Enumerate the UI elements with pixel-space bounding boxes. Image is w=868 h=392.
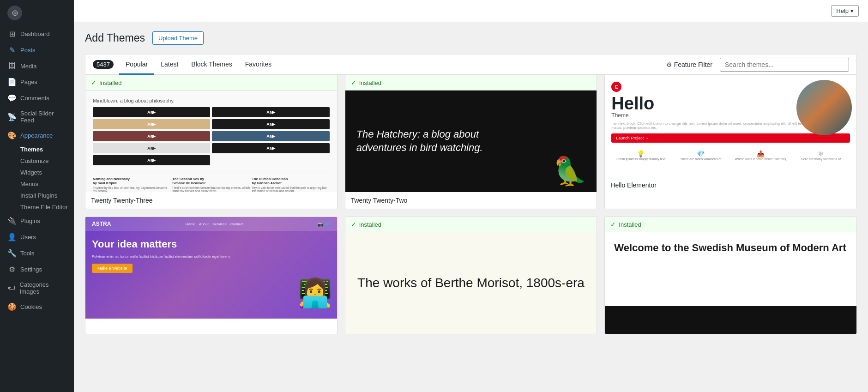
color-chip: Aa▶ (93, 155, 210, 165)
sidebar-item-install-plugins[interactable]: Install Plugins (17, 190, 74, 201)
theme-name: Hello Elementor (605, 177, 856, 193)
sidebar-item-label: Users (20, 234, 36, 241)
theme-preview-swedish: Welcome to the Swedish Museum of Modern … (605, 232, 856, 334)
page-title: Add Themes (85, 32, 145, 44)
sidebar-item-label: Categories Images (20, 281, 66, 295)
sidebar: ⊕ ⊞ Dashboard ✎ Posts 🖼 Media 📄 Pages 💬 … (0, 0, 74, 392)
sidebar-item-pages[interactable]: 📄 Pages (0, 74, 74, 90)
theme-file-editor-label: Theme File Editor (20, 204, 68, 211)
theme-preview-berthe: The works of Berthe Morisot, 1800s-era (345, 232, 597, 334)
preview-hatchery-text: The Hatchery: a blog about adventures in… (356, 128, 494, 154)
comments-icon: 💬 (7, 94, 17, 103)
sidebar-item-themes[interactable]: Themes (17, 144, 74, 155)
posts-icon: ✎ (7, 46, 17, 54)
bird-decoration: 🦜 (553, 155, 587, 187)
installed-banner: ✓ Installed (605, 217, 856, 232)
theme-card-swedish[interactable]: ✓ Installed Welcome to the Swedish Museu… (604, 217, 857, 334)
sidebar-item-theme-file-editor[interactable]: Theme File Editor (17, 201, 74, 213)
color-chip: Aa▶ (93, 119, 210, 129)
feature-snowflake: ❄ Here are many variations of (792, 150, 850, 161)
feature-text: Here are many variations of (792, 157, 850, 161)
theme-preview-2023: Mindblown: a blog about philosophy. Aa▶ … (85, 90, 337, 192)
tab-block-themes[interactable]: Block Themes (185, 55, 238, 75)
sidebar-item-label: Plugins (20, 217, 40, 224)
installed-label: Installed (99, 79, 121, 86)
cookies-icon: 🍪 (7, 302, 17, 311)
diamond-icon: 💎 (671, 150, 729, 157)
astra-social-icons: 📷🐦 (318, 222, 331, 227)
help-arrow: ▾ (850, 7, 854, 14)
theme-card-twenty-twenty-three[interactable]: ✓ Installed Mindblown: a blog about phil… (85, 75, 338, 209)
sidebar-item-cookies[interactable]: 🍪 Cookies (0, 299, 74, 315)
installed-banner: ✓ Installed (345, 75, 597, 90)
color-chip: Aa▶ (212, 119, 329, 129)
widgets-label: Widgets (20, 169, 42, 176)
sidebar-item-users[interactable]: 👤 Users (0, 229, 74, 245)
help-button[interactable]: Help ▾ (831, 5, 859, 17)
theme-card-berthe[interactable]: ✓ Installed The works of Berthe Morisot,… (345, 217, 597, 334)
sidebar-item-label: Pages (20, 78, 37, 85)
main-area: Help ▾ Add Themes Upload Theme 5437 Popu… (74, 0, 868, 392)
wp-logo-area[interactable]: ⊕ (0, 0, 74, 26)
theme-count: 5437 (93, 60, 114, 69)
launch-project-button[interactable]: Launch Project → (611, 133, 850, 143)
tabs-bar: 5437 Popular Latest Block Themes Favorit… (85, 54, 857, 75)
sidebar-item-customize[interactable]: Customize (17, 155, 74, 167)
check-icon: ✓ (351, 221, 356, 228)
menus-label: Menus (20, 181, 38, 187)
sidebar-item-label: Posts (20, 47, 36, 54)
installed-label: Installed (359, 221, 381, 228)
installed-label: Installed (619, 221, 641, 228)
color-chip: Aa▶ (93, 131, 210, 141)
sidebar-item-menus[interactable]: Menus (17, 178, 74, 190)
sidebar-item-categories[interactable]: 🏷 Categories Images (0, 277, 74, 299)
sidebar-item-label: Comments (20, 95, 49, 102)
swedish-top: Welcome to the Swedish Museum of Modern … (605, 232, 856, 306)
preview-blog-text: Mindblown: a blog about philosophy. (93, 98, 330, 103)
install-plugins-label: Install Plugins (20, 192, 57, 199)
dashboard-icon: ⊞ (7, 30, 17, 38)
sidebar-item-media[interactable]: 🖼 Media (0, 58, 74, 74)
plugins-icon: 🔌 (7, 217, 17, 225)
sidebar-item-widgets[interactable]: Widgets (17, 167, 74, 178)
tab-popular[interactable]: Popular (119, 55, 154, 75)
users-icon: 👤 (7, 233, 17, 241)
gear-icon: ⚙ (666, 61, 672, 68)
wp-logo-icon: ⊕ (7, 6, 22, 20)
swedish-title: Welcome to the Swedish Museum of Modern … (614, 241, 846, 255)
installed-banner: ✓ Installed (345, 217, 597, 232)
sidebar-item-social-slider[interactable]: 📡 Social Slider Feed (0, 106, 74, 127)
customize-label: Customize (20, 157, 48, 164)
sidebar-item-dashboard[interactable]: ⊞ Dashboard (0, 26, 74, 42)
sidebar-item-plugins[interactable]: 🔌 Plugins (0, 213, 74, 229)
theme-grid: ✓ Installed Mindblown: a blog about phil… (85, 75, 857, 334)
sidebar-item-settings[interactable]: ⚙ Settings (0, 261, 74, 277)
sidebar-item-comments[interactable]: 💬 Comments (0, 90, 74, 106)
swedish-bottom (605, 306, 856, 334)
tab-feature-filter[interactable]: ⚙ Feature Filter (666, 61, 712, 68)
feature-send: 📤 Where does it come from? Contrary, (732, 150, 790, 161)
sidebar-item-tools[interactable]: 🔧 Tools (0, 245, 74, 261)
pages-icon: 📄 (7, 78, 17, 86)
social-slider-icon: 📡 (7, 113, 17, 121)
sidebar-item-label: Cookies (20, 303, 42, 310)
sidebar-item-appearance[interactable]: 🎨 Appearance (0, 127, 74, 144)
search-input[interactable] (720, 58, 849, 72)
theme-card-hello-elementor[interactable]: E Hello Theme I am text block. Click edi… (604, 75, 857, 209)
sidebar-item-posts[interactable]: ✎ Posts (0, 42, 74, 58)
theme-name: Twenty Twenty-Two (345, 192, 597, 209)
sidebar-item-label: Dashboard (20, 30, 50, 37)
color-chip: Aa▶ (212, 107, 329, 117)
feature-lightbulb: 💡 Lorem ipsum is simply dummy text (611, 150, 669, 161)
tab-latest[interactable]: Latest (154, 55, 185, 75)
theme-card-twenty-twenty-two[interactable]: ✓ Installed The Hatchery: a blog about a… (345, 75, 597, 209)
theme-card-astra[interactable]: ASTRA HomeAboutServicesContact 📷🐦 Your i… (85, 217, 338, 334)
topbar: Help ▾ (74, 0, 868, 22)
feature-text: Lorem ipsum is simply dummy text (611, 157, 669, 161)
upload-theme-button[interactable]: Upload Theme (152, 31, 204, 45)
astra-cta-button[interactable]: Make a Website (92, 264, 133, 273)
help-label: Help (836, 7, 849, 14)
check-icon: ✓ (91, 79, 96, 86)
elementor-badge: E (611, 82, 621, 92)
tab-favorites[interactable]: Favorites (239, 55, 278, 75)
